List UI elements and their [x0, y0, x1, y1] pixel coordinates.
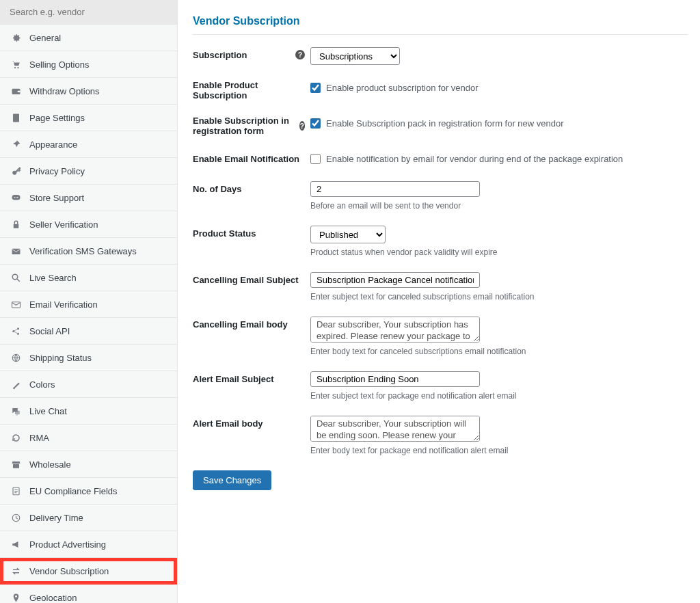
sidebar-item-label: Verification SMS Gateways [29, 246, 137, 256]
cancel-subject-input[interactable] [310, 272, 480, 288]
sidebar-item-general[interactable]: General [0, 25, 177, 51]
product-status-select[interactable]: Published [310, 226, 386, 243]
no-days-desc: Before an email will be sent to the vend… [310, 201, 688, 211]
sidebar-item-label: Appearance [29, 139, 77, 150]
sidebar-item-label: Colors [29, 379, 55, 390]
svg-point-5 [12, 170, 16, 174]
svg-rect-4 [13, 113, 19, 122]
settings-sidebar: GeneralSelling OptionsWithdraw OptionsPa… [0, 0, 178, 603]
sidebar-item-colors[interactable]: Colors [0, 371, 177, 398]
sidebar-item-vendor-subscription[interactable]: Vendor Subscription [0, 558, 177, 585]
alert-body-desc: Enter body text for package end notifica… [310, 446, 688, 455]
help-icon[interactable]: ? [295, 50, 305, 59]
sidebar-item-wholesale[interactable]: Wholesale [0, 451, 177, 478]
sidebar-item-label: Store Support [29, 193, 84, 203]
globe-icon [10, 352, 22, 363]
help-icon[interactable]: ? [299, 121, 305, 131]
title-divider [193, 34, 688, 35]
enable-product-text: Enable product subscription for vendor [326, 83, 479, 93]
alert-subject-input[interactable] [310, 371, 480, 387]
sidebar-item-label: Vendor Subscription [29, 566, 109, 576]
product-status-desc: Product status when vendor pack validity… [310, 247, 688, 257]
sidebar-item-social-api[interactable]: Social API [0, 318, 177, 345]
share-icon [10, 325, 22, 336]
sidebar-item-label: Page Settings [29, 113, 85, 123]
label-enable-reg: Enable Subscription in registration form… [193, 116, 310, 136]
svg-point-12 [12, 274, 18, 280]
wallet-icon [10, 85, 22, 96]
sidebar-item-label: Wholesale [29, 459, 71, 470]
sidebar-item-label: Delivery Time [29, 513, 83, 523]
no-days-input[interactable] [310, 181, 480, 197]
sidebar-item-label: Seller Verification [29, 219, 98, 230]
sidebar-item-live-search[interactable]: Live Search [0, 265, 177, 291]
sidebar-item-seller-verification[interactable]: Seller Verification [0, 211, 177, 238]
sidebar-item-privacy-policy[interactable]: Privacy Policy [0, 158, 177, 185]
enable-product-checkbox[interactable] [310, 83, 321, 93]
svg-point-14 [12, 330, 14, 332]
sidebar-item-label: Withdraw Options [29, 86, 100, 96]
page-icon [10, 112, 22, 123]
search-icon [10, 272, 22, 283]
enable-reg-checkbox[interactable] [310, 118, 321, 129]
sidebar-item-appearance[interactable]: Appearance [0, 131, 177, 158]
page-title: Vendor Subscription [193, 15, 688, 27]
cancel-body-textarea[interactable] [310, 317, 480, 343]
sidebar-item-label: Privacy Policy [29, 166, 85, 176]
lock-icon [10, 219, 22, 230]
svg-point-0 [14, 66, 15, 68]
svg-point-1 [17, 66, 18, 68]
svg-point-9 [17, 197, 18, 198]
sidebar-item-label: Social API [29, 326, 70, 336]
sidebar-item-page-settings[interactable]: Page Settings [0, 105, 177, 131]
sidebar-search [0, 0, 177, 25]
label-enable-email: Enable Email Notification [193, 151, 310, 166]
svg-point-7 [14, 197, 15, 198]
store-icon [10, 459, 22, 470]
sidebar-item-live-chat[interactable]: Live Chat [0, 398, 177, 425]
svg-rect-10 [13, 224, 18, 228]
sidebar-item-label: Product Advertising [29, 539, 106, 550]
alert-body-textarea[interactable] [310, 416, 480, 442]
clock-icon [10, 512, 22, 523]
sidebar-item-withdraw-options[interactable]: Withdraw Options [0, 78, 177, 105]
sidebar-item-label: Selling Options [29, 59, 89, 70]
sidebar-item-rma[interactable]: RMA [0, 425, 177, 451]
sidebar-item-eu-compliance-fields[interactable]: EU Compliance Fields [0, 478, 177, 505]
sidebar-item-shipping-status[interactable]: Shipping Status [0, 345, 177, 371]
label-cancel-body: Cancelling Email body [193, 317, 310, 332]
label-product-status: Product Status [193, 226, 310, 241]
label-enable-product: Enable Product Subscription [193, 80, 310, 100]
sidebar-item-selling-options[interactable]: Selling Options [0, 51, 177, 78]
sidebar-item-label: Email Verification [29, 299, 98, 310]
subscription-select[interactable]: Subscriptions [310, 47, 400, 65]
sidebar-item-geolocation[interactable]: Geolocation [0, 585, 177, 603]
svg-rect-3 [17, 90, 20, 92]
sidebar-item-email-verification[interactable]: Email Verification [0, 291, 177, 318]
svg-point-15 [17, 327, 19, 330]
sidebar-item-label: Live Chat [29, 406, 67, 416]
label-alert-subject: Alert Email Subject [193, 371, 310, 386]
comments-icon [10, 405, 22, 416]
sidebar-item-store-support[interactable]: Store Support [0, 185, 177, 211]
mail-icon [10, 245, 22, 256]
sidebar-item-label: Live Search [29, 273, 77, 283]
enable-reg-text: Enable Subscription pack in registration… [326, 118, 564, 129]
sidebar-item-product-advertising[interactable]: Product Advertising [0, 531, 177, 558]
sidebar-item-label: Shipping Status [29, 353, 92, 363]
sidebar-item-label: EU Compliance Fields [29, 486, 118, 496]
sidebar-item-verification-sms-gateways[interactable]: Verification SMS Gateways [0, 238, 177, 265]
pin-icon [10, 139, 22, 150]
main-content: Vendor Subscription Subscription ? Subsc… [178, 0, 700, 603]
save-button[interactable]: Save Changes [193, 470, 271, 490]
doc-icon [10, 485, 22, 496]
megaphone-icon [10, 539, 22, 550]
sidebar-item-label: RMA [29, 433, 49, 443]
enable-email-checkbox[interactable] [310, 154, 321, 164]
gear-icon [10, 32, 22, 43]
label-alert-body: Alert Email body [193, 416, 310, 431]
label-no-days: No. of Days [193, 181, 310, 196]
brush-icon [10, 379, 22, 390]
search-input[interactable] [10, 7, 167, 17]
sidebar-item-delivery-time[interactable]: Delivery Time [0, 505, 177, 531]
